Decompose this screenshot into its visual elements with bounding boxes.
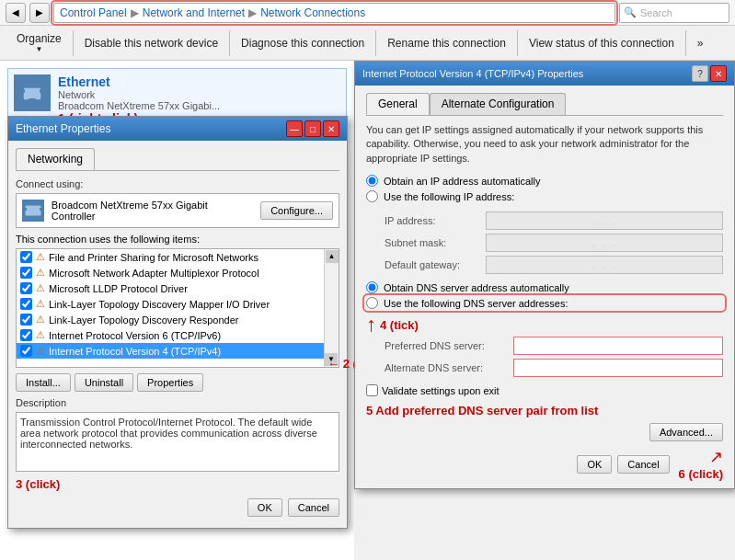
ipv4-help-button[interactable]: ? [692,65,708,82]
radio-auto-ip[interactable]: Obtain an IP address automatically [366,175,723,187]
info-text: You can get IP settings assigned automat… [366,123,723,166]
uninstall-button[interactable]: Uninstall [75,373,133,392]
item-checkbox-4[interactable] [20,314,32,326]
ethernet-status: Network [58,89,220,100]
eth-dialog-minimize[interactable]: — [286,120,303,137]
svg-rect-1 [21,89,25,93]
eth-dialog-maximize[interactable]: □ [304,120,321,137]
eth-dialog-content: Networking Connect using: Broadcom NetXt… [8,141,347,528]
items-label: This connection uses the following items… [16,234,339,245]
eth-dialog-close[interactable]: ✕ [323,120,339,137]
radio-auto-ip-input[interactable] [366,175,378,187]
item-checkbox-1[interactable] [20,267,32,279]
install-button[interactable]: Install... [16,373,71,392]
list-item[interactable]: ⚠ File and Printer Sharing for Microsoft… [17,249,339,265]
scroll-up[interactable]: ▲ [326,250,339,263]
organize-button[interactable]: Organize ▼ [7,29,71,57]
disable-button[interactable]: Disable this network device [75,33,227,53]
tab-networking[interactable]: Networking [16,148,95,170]
ipv4-ok-button[interactable]: OK [577,455,612,474]
adapter-icon [22,200,44,222]
address-sep1: ▶ [131,6,139,19]
forward-button[interactable]: ▶ [29,3,50,23]
eth-tab-bar: Networking [16,148,339,171]
ip-address-row: IP address: ... [385,211,723,230]
eth-cancel-button[interactable]: Cancel [288,498,339,517]
address-part3: Network Connections [260,6,365,19]
ethernet-name: Ethernet [58,74,220,89]
more-button[interactable]: » [688,33,713,53]
step3-annotation: 3 (click) [16,477,339,491]
item-checkbox-3[interactable] [20,298,32,310]
list-item[interactable]: ⚠ Internet Protocol Version 6 (TCP/IPv6) [17,327,339,343]
ipv4-cancel-button[interactable]: Cancel [617,455,669,474]
radio-manual-dns-input[interactable] [366,297,378,309]
subnet-row: Subnet mask: ... [385,234,723,252]
list-item-ipv4[interactable]: ⚠ Internet Protocol Version 4 (TCP/IPv4) [17,343,339,359]
gateway-label: Default gateway: [385,259,486,270]
item-checkbox-5[interactable] [20,329,32,341]
validate-checkbox[interactable] [366,384,378,396]
radio-manual-ip[interactable]: Use the following IP address: [366,190,723,202]
step6-annotation: ↗ 6 (click) [679,447,723,481]
ethernet-adapter: Broadcom NetXtreme 57xx Gigabi... [58,100,220,111]
preferred-dns-label: Preferred DNS server: [385,340,513,351]
list-item[interactable]: ⚠ Link-Layer Topology Discovery Responde… [17,312,339,327]
ipv4-dialog-titlebar: Internet Protocol Version 4 (TCP/IPv4) P… [355,62,734,86]
svg-rect-0 [23,87,41,100]
connect-using-label: Connect using: [16,178,339,189]
ethernet-properties-dialog: Ethernet Properties — □ ✕ Networking Con… [7,116,348,529]
ipv4-ok-cancel: OK Cancel ↗ 6 (click) [366,447,723,481]
gateway-row: Default gateway: ... [385,256,723,274]
list-item[interactable]: ⚠ Link-Layer Topology Discovery Mapper I… [17,296,339,312]
item-checkbox-2[interactable] [20,282,32,294]
radio-manual-dns[interactable]: Use the following DNS server addresses: [366,297,723,309]
radio-auto-dns[interactable]: Obtain DNS server address automatically [366,281,723,293]
step5-annotation: 5 Add preferred DNS server pair from lis… [366,404,723,419]
item-checkbox-6[interactable] [20,345,32,357]
ip-input[interactable]: ... [486,211,723,230]
svg-rect-4 [30,102,34,105]
left-section: Ethernet Network Broadcom NetXtreme 57xx… [0,61,354,560]
bottom-row: Advanced... [366,423,723,441]
dns-fields: Preferred DNS server: Alternate DNS serv… [385,337,723,377]
radio-auto-dns-input[interactable] [366,281,378,293]
diagnose-button[interactable]: Diagnose this connection [232,33,373,53]
search-box[interactable]: 🔍 Search [619,3,729,23]
items-list: ⚠ File and Printer Sharing for Microsoft… [16,248,339,368]
tab-alternate-config[interactable]: Alternate Configuration [430,93,567,115]
advanced-button[interactable]: Advanced... [649,423,723,441]
address-bar[interactable]: Control Panel ▶ Network and Internet ▶ N… [53,3,615,23]
dns-section: Obtain DNS server address automatically … [366,281,723,377]
right-section: Internet Protocol Version 4 (TCP/IPv4) P… [354,61,735,560]
desc-box: Transmission Control Protocol/Internet P… [16,412,339,472]
list-item[interactable]: ⚠ Microsoft LLDP Protocol Driver [17,280,339,296]
search-icon: 🔍 [624,6,637,18]
svg-rect-5 [25,205,41,216]
radio-group-ip: Obtain an IP address automatically Use t… [366,175,723,202]
desc-label: Description [16,397,339,408]
eth-ok-button[interactable]: OK [247,498,282,517]
ipv4-dialog-title: Internet Protocol Version 4 (TCP/IPv4) P… [362,68,583,79]
preferred-dns-input[interactable] [513,337,723,355]
view-status-button[interactable]: View status of this connection [520,33,683,53]
alternate-dns-input[interactable] [513,359,723,377]
svg-rect-2 [40,89,43,93]
item-checkbox-0[interactable] [20,251,32,263]
list-scrollbar: ▲ ▼ [324,249,339,367]
rename-button[interactable]: Rename this connection [378,33,515,53]
subnet-input[interactable]: ... [486,234,723,252]
toolbar-separator [73,30,74,56]
tab-general[interactable]: General [366,93,430,115]
ipv4-close-button[interactable]: ✕ [710,65,727,82]
list-item[interactable]: ⚠ Microsoft Network Adapter Multiplexor … [17,265,339,280]
back-button[interactable]: ◀ [6,3,26,23]
properties-button[interactable]: Properties [137,373,203,392]
address-bar-row: ◀ ▶ Control Panel ▶ Network and Internet… [0,0,735,26]
gateway-input[interactable]: ... [486,256,723,274]
toolbar-separator-2 [229,30,230,56]
configure-button[interactable]: Configure... [260,201,333,220]
content-area: Ethernet Network Broadcom NetXtreme 57xx… [0,61,735,560]
radio-manual-ip-input[interactable] [366,190,378,202]
ipv4-content: General Alternate Configuration You can … [355,86,734,488]
